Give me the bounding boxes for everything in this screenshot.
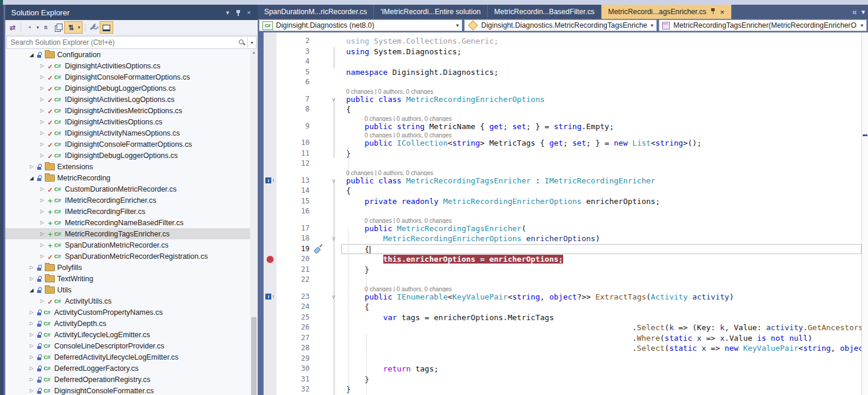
quick-action-margin[interactable] [310, 322, 327, 333]
tree-item[interactable]: ▷+C#IMetricRecordingEnricher.cs [5, 195, 250, 206]
glyph-margin[interactable] [264, 333, 277, 344]
fold-margin[interactable] [327, 364, 340, 374]
fold-margin[interactable] [327, 374, 340, 385]
switch-views-icon[interactable] [7, 22, 18, 33]
code-line[interactable]: 2using System.Collections.Generic; [264, 36, 862, 47]
quick-action-margin[interactable] [310, 233, 327, 244]
member-dropdown[interactable]: MetricRecordingTagsEnricher(MetricRecord… [659, 19, 867, 31]
tree-item[interactable]: ▷+C#SpanDurationMetricRecorder.cs [5, 239, 250, 251]
quick-action-margin[interactable] [310, 196, 327, 207]
quick-actions-screwdriver-icon[interactable] [314, 245, 323, 253]
code-text[interactable]: namespace Diginsight.Diagnostics; [340, 67, 862, 78]
glyph-margin[interactable] [264, 343, 277, 354]
glyph-margin[interactable] [264, 364, 277, 374]
pin-icon[interactable] [233, 7, 244, 18]
pending-changes-caret-icon[interactable]: ▾ [35, 25, 40, 30]
tree-item[interactable]: ▷Extensions [5, 161, 250, 172]
expander-collapsed-icon[interactable]: ▷ [38, 209, 46, 214]
code-text[interactable]: public ICollection<string> MetricTags { … [340, 138, 862, 149]
fold-margin[interactable] [327, 333, 340, 344]
expander-collapsed-icon[interactable]: ▷ [28, 310, 35, 315]
quick-action-margin[interactable] [310, 159, 327, 169]
codelens-row[interactable]: 0 changes | 0 authors, 0 changes [264, 169, 862, 176]
codelens-row[interactable]: 0 changes | 0 authors, 0 changes [264, 217, 862, 223]
code-text[interactable]: { [340, 244, 862, 255]
code-text[interactable]: using System.Collections.Generic; [340, 36, 862, 47]
expander-collapsed-icon[interactable]: ▷ [38, 186, 46, 192]
solution-tree-scrollbar[interactable]: ▲ [250, 49, 258, 395]
expander-collapsed-icon[interactable]: ▷ [28, 265, 35, 270]
code-line[interactable]: 12 [264, 159, 862, 169]
code-line[interactable]: 11} [264, 149, 862, 159]
expander-collapsed-icon[interactable]: ▷ [28, 377, 35, 382]
glyph-margin[interactable] [264, 254, 277, 265]
fold-margin[interactable] [327, 121, 340, 132]
quick-action-margin[interactable] [310, 36, 327, 47]
fold-margin[interactable] [327, 36, 340, 47]
glyph-margin[interactable] [264, 312, 277, 323]
code-line[interactable]: I↑13∨public class MetricRecordingTagsEnr… [264, 176, 862, 186]
quick-action-margin[interactable] [310, 374, 327, 385]
code-text[interactable]: .Select(k => (Key: k, Value: activity.Ge… [340, 322, 862, 333]
tree-item[interactable]: ▷C#DeferredOperationRegistry.cs [5, 374, 250, 385]
tree-item[interactable]: ▷✓C#CustomDurationMetricRecorder.cs [5, 183, 250, 195]
search-input[interactable] [7, 38, 238, 47]
fold-margin[interactable] [327, 206, 340, 217]
code-line[interactable]: 19 { [264, 244, 862, 255]
codelens-row[interactable]: 0 changes | 0 authors, 0 changes [264, 115, 862, 121]
tree-item[interactable]: ▷✓C#SpanDurationMetricRecorderRegistrati… [5, 251, 250, 262]
expander-collapsed-icon[interactable]: ▷ [28, 332, 35, 337]
tree-item[interactable]: ▷Polyfills [5, 262, 250, 273]
fold-margin[interactable] [327, 149, 340, 159]
code-text[interactable]: using System.Diagnostics; [340, 47, 862, 57]
glyph-margin[interactable] [264, 57, 277, 67]
expander-collapsed-icon[interactable]: ▷ [38, 97, 46, 102]
expander-collapsed-icon[interactable]: ▷ [38, 254, 46, 259]
project-dropdown[interactable]: C# Diginsight.Diagnostics (net8.0) ▾ [259, 19, 462, 31]
code-text[interactable]: this.enricherOptions = enricherOptions; [340, 254, 862, 265]
expander-collapsed-icon[interactable]: ▷ [38, 63, 46, 68]
glyph-margin[interactable] [264, 131, 277, 138]
quick-action-margin[interactable] [310, 333, 327, 344]
collapse-all-icon[interactable] [41, 22, 52, 33]
quick-action-margin[interactable] [310, 292, 327, 302]
code-line[interactable]: 31 } [264, 374, 862, 385]
quick-action-margin[interactable] [310, 223, 327, 234]
tree-item[interactable]: ◢MetricRecording [5, 172, 250, 183]
codelens-indicator[interactable]: 0 changes | 0 authors, 0 changes [340, 169, 862, 176]
code-text[interactable] [340, 275, 862, 285]
expander-collapsed-icon[interactable]: ▷ [28, 354, 35, 360]
code-text[interactable]: { [340, 186, 862, 196]
glyph-margin[interactable] [264, 384, 277, 395]
quick-action-margin[interactable] [310, 176, 327, 186]
fold-margin[interactable] [327, 265, 340, 275]
show-all-files-icon[interactable] [52, 22, 64, 33]
tree-item[interactable]: ▷C#DeferredActivityLifecycleLogEmitter.c… [5, 351, 250, 363]
tree-item[interactable]: ▷C#ActivityCustomPropertyNames.cs [5, 307, 250, 318]
quick-action-margin[interactable] [310, 265, 327, 275]
codelens-row[interactable]: 0 changes | 0 authors, 0 changes [264, 131, 862, 138]
preview-selected-items-button[interactable] [100, 21, 113, 34]
code-text[interactable]: public string MetricName { get; set; } =… [340, 121, 862, 132]
tree-item[interactable]: ◢Configuration [5, 49, 250, 60]
glyph-margin[interactable]: I↑ [264, 292, 277, 302]
breakpoint-icon[interactable] [267, 256, 274, 263]
quick-action-margin[interactable] [310, 104, 327, 115]
tree-item[interactable]: ▷✓C#IDiginsightActivitiesOptions.cs [5, 116, 250, 127]
editor-tab[interactable]: SpanDurationM...ricRecorder.cs [258, 5, 374, 19]
tree-item[interactable]: ▷✓C#DiginsightDebugLoggerOptions.cs [5, 83, 250, 94]
properties-icon[interactable] [88, 22, 99, 33]
fold-margin[interactable] [327, 159, 340, 169]
code-line[interactable]: 30 return tags; [264, 364, 862, 374]
double-chevron-left-icon[interactable]: « [852, 7, 857, 17]
code-line[interactable]: 16 [264, 206, 862, 217]
glyph-margin[interactable] [264, 149, 277, 159]
expander-collapsed-icon[interactable]: ▷ [28, 276, 35, 281]
glyph-margin[interactable] [264, 302, 277, 312]
fold-margin[interactable] [327, 77, 340, 88]
tree-item[interactable]: ▷C#DiginsightConsoleFormatter.cs [5, 385, 250, 395]
fold-margin[interactable] [327, 217, 340, 223]
expander-collapsed-icon[interactable]: ▷ [38, 198, 46, 203]
code-editor[interactable]: 2using System.Collections.Generic;3using… [264, 32, 862, 395]
quick-action-margin[interactable] [310, 302, 327, 312]
